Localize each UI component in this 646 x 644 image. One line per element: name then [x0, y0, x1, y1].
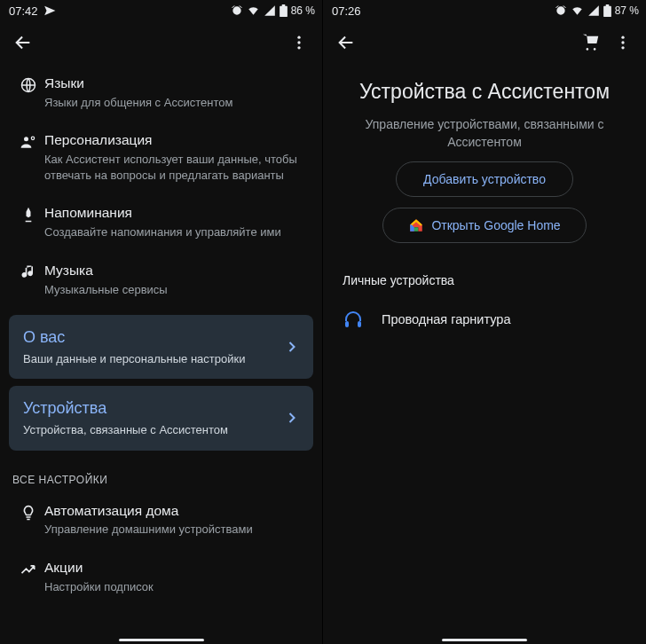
- lightbulb-icon: [12, 502, 44, 538]
- gesture-nav-handle[interactable]: [442, 639, 527, 641]
- svg-rect-10: [358, 321, 361, 327]
- item-music[interactable]: Музыка Музыкальные сервисы: [0, 251, 322, 308]
- item-about-you[interactable]: О вас Ваши данные и персональные настрой…: [9, 315, 313, 379]
- add-device-button[interactable]: Добавить устройство: [396, 161, 573, 197]
- card-sub: Ваши данные и персональные настройки: [23, 351, 283, 367]
- open-home-label: Открыть Google Home: [431, 218, 560, 232]
- battery-icon: [603, 4, 611, 17]
- status-battery-pct: 86 %: [291, 4, 315, 17]
- item-sub: Музыкальные сервисы: [44, 282, 301, 298]
- overflow-menu-button[interactable]: [283, 27, 315, 59]
- device-row-wired-headset[interactable]: Проводная гарнитура: [323, 295, 646, 344]
- back-button[interactable]: [7, 27, 39, 59]
- signal-icon: [587, 4, 600, 17]
- globe-icon: [12, 75, 44, 110]
- item-sub: Как Ассистент использует ваши данные, чт…: [44, 152, 301, 183]
- card-title: Устройства: [23, 398, 283, 419]
- svg-point-4: [24, 137, 28, 142]
- battery-icon: [280, 4, 288, 17]
- card-sub: Устройства, связанные с Ассистентом: [23, 422, 283, 438]
- item-title: Персонализация: [44, 131, 301, 150]
- google-home-icon: [408, 217, 424, 233]
- svg-point-6: [621, 36, 624, 39]
- status-time: 07:42: [9, 4, 38, 18]
- cart-button[interactable]: [575, 27, 607, 59]
- svg-point-8: [621, 46, 624, 49]
- item-home-automation[interactable]: Автоматизация дома Управление домашними …: [0, 491, 322, 548]
- headphones-icon: [343, 309, 382, 330]
- item-title: Акции: [44, 559, 301, 577]
- status-bar: 07:42 86 %: [0, 0, 322, 21]
- toolbar: [323, 21, 646, 64]
- item-stocks[interactable]: Акции Настройки подписок: [0, 548, 322, 605]
- back-button[interactable]: [330, 27, 362, 59]
- music-note-icon: [12, 262, 44, 297]
- overflow-menu-button[interactable]: [607, 27, 639, 59]
- item-sub: Создавайте напоминания и управляйте ими: [44, 224, 301, 240]
- toolbar: [0, 21, 322, 64]
- item-title: Напоминания: [44, 204, 301, 223]
- wifi-icon: [247, 4, 260, 17]
- svg-point-0: [297, 36, 300, 39]
- item-devices[interactable]: Устройства Устройства, связанные с Ассис…: [9, 386, 313, 450]
- gesture-nav-handle[interactable]: [119, 639, 204, 641]
- settings-list: Языки Языки для общения с Ассистентом Пе…: [0, 64, 322, 605]
- card-title: О вас: [23, 327, 283, 348]
- item-sub: Управление домашними устройствами: [44, 522, 301, 538]
- device-label: Проводная гарнитура: [382, 312, 510, 326]
- alarm-icon: [231, 4, 243, 17]
- open-google-home-button[interactable]: Открыть Google Home: [382, 208, 587, 243]
- reminder-icon: [12, 204, 44, 240]
- wifi-icon: [571, 4, 584, 17]
- chevron-right-icon: [283, 338, 301, 356]
- svg-point-2: [297, 46, 300, 49]
- status-time: 07:26: [332, 4, 361, 18]
- item-reminders[interactable]: Напоминания Создавайте напоминания и упр…: [0, 193, 322, 250]
- status-battery-pct: 87 %: [615, 4, 639, 17]
- settings-list-screen: 07:42 86 %: [0, 0, 323, 644]
- page-subtitle: Управление устройствами, связанными с Ас…: [323, 116, 646, 151]
- trending-up-icon: [12, 559, 44, 594]
- item-title: Языки: [44, 75, 301, 93]
- status-bar: 07:26 87 %: [323, 0, 646, 21]
- page-title: Устройства с Ассистентом: [323, 80, 646, 104]
- svg-point-5: [31, 137, 34, 140]
- svg-point-7: [621, 41, 624, 43]
- svg-rect-9: [345, 321, 349, 327]
- svg-point-1: [297, 41, 300, 43]
- personal-devices-header: Личные устройства: [323, 243, 646, 295]
- all-settings-label: ВСЕ НАСТРОЙКИ: [0, 458, 322, 491]
- item-title: Автоматизация дома: [44, 502, 301, 521]
- item-personalization[interactable]: Персонализация Как Ассистент использует …: [0, 121, 322, 193]
- alarm-icon: [555, 4, 567, 17]
- assistant-devices-screen: 07:26 87 %: [323, 0, 646, 644]
- person-gear-icon: [12, 131, 44, 183]
- add-device-label: Добавить устройство: [423, 172, 546, 186]
- chevron-right-icon: [283, 409, 301, 427]
- signal-icon: [264, 4, 276, 17]
- telegram-icon: [43, 4, 56, 17]
- item-sub: Языки для общения с Ассистентом: [44, 95, 301, 111]
- item-languages[interactable]: Языки Языки для общения с Ассистентом: [0, 64, 322, 121]
- item-title: Музыка: [44, 262, 301, 280]
- item-sub: Настройки подписок: [44, 579, 301, 595]
